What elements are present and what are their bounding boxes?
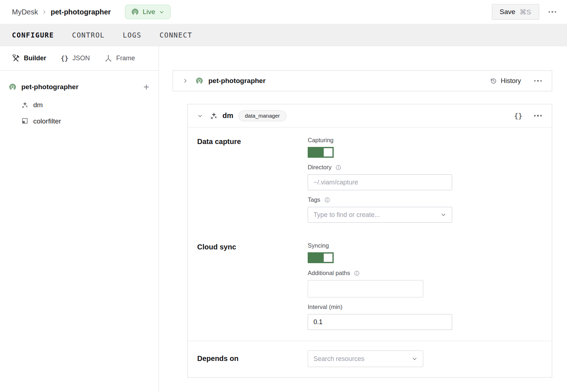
chevron-right-icon [42, 9, 47, 15]
tags-select[interactable]: Type to find or create... [308, 207, 452, 223]
chevron-down-icon [441, 212, 446, 218]
view-json-label: JSON [73, 55, 90, 62]
machine-card: pet-photographer History [173, 70, 552, 91]
view-switcher: Builder {} JSON Frame [0, 46, 159, 71]
broadcast-icon [131, 8, 139, 16]
machine-card-title: pet-photographer [208, 77, 265, 85]
history-button-label: History [501, 77, 521, 85]
syncing-label: Syncing [308, 242, 542, 249]
capturing-label: Capturing [308, 137, 542, 144]
breadcrumb-org[interactable]: MyDesk [12, 8, 38, 16]
dm-more-menu-icon[interactable] [533, 113, 543, 119]
tab-logs[interactable]: LOGS [123, 31, 142, 39]
broadcast-icon [9, 83, 17, 91]
interval-label: Interval (min) [308, 304, 542, 310]
breadcrumb: MyDesk pet-photographer [12, 8, 111, 16]
top-bar: MyDesk pet-photographer Live Save ⌘S [0, 0, 567, 24]
capturing-toggle[interactable] [308, 147, 334, 158]
syncing-toggle[interactable] [308, 252, 334, 263]
view-frame[interactable]: Frame [104, 55, 135, 62]
tab-connect[interactable]: CONNECT [160, 31, 192, 39]
history-button[interactable]: History [490, 77, 521, 85]
view-frame-label: Frame [116, 55, 135, 62]
save-button-label: Save [500, 8, 515, 16]
history-icon [490, 77, 497, 85]
breadcrumb-machine: pet-photographer [51, 8, 111, 16]
dm-card-header: dm data_manager {} [188, 104, 552, 127]
save-shortcut-hint: ⌘S [520, 8, 531, 16]
chevron-down-icon [412, 356, 417, 362]
tree-item-colorfilter[interactable]: colorfilter [0, 113, 159, 129]
resource-type-badge: data_manager [238, 110, 286, 121]
save-button[interactable]: Save ⌘S [492, 4, 539, 20]
info-icon[interactable] [324, 197, 330, 203]
config-sidebar: Builder {} JSON Frame pet-photographer +… [0, 46, 159, 392]
config-main-panel: pet-photographer History dm data_manager… [159, 46, 567, 392]
section-heading: Depends on [197, 350, 308, 367]
broadcast-icon [195, 77, 203, 85]
tools-icon [12, 55, 20, 62]
depends-on-select[interactable]: Search resources [308, 350, 423, 367]
info-icon[interactable] [354, 270, 360, 276]
section-depends-on: Depends on Search resources [197, 341, 542, 377]
edit-json-icon[interactable]: {} [514, 112, 523, 120]
frame-icon [104, 55, 112, 62]
expand-chevron-icon[interactable] [182, 78, 188, 84]
dm-card-name: dm [222, 112, 233, 120]
main-tab-bar: CONFIGURE CONTROL LOGS CONNECT [0, 24, 567, 46]
tree-machine-name: pet-photographer [21, 83, 78, 91]
topbar-more-menu-icon[interactable] [548, 9, 557, 15]
tree-item-label: dm [33, 101, 43, 109]
dm-resource-card: dm data_manager {} Data capture Capturin… [187, 104, 552, 378]
info-icon[interactable] [335, 164, 342, 171]
resource-tree: pet-photographer + dm colorfilter [0, 71, 159, 129]
tab-configure[interactable]: CONFIGURE [12, 31, 54, 39]
add-component-button[interactable]: + [143, 82, 149, 92]
view-builder-label: Builder [24, 55, 46, 62]
tree-item-machine[interactable]: pet-photographer + [0, 81, 159, 93]
tree-item-label: colorfilter [33, 117, 61, 125]
additional-paths-input[interactable] [308, 280, 423, 297]
braces-icon: {} [61, 55, 69, 62]
view-builder[interactable]: Builder [12, 55, 46, 62]
section-heading: Cloud sync [197, 242, 308, 330]
section-cloud-sync: Cloud sync Syncing Additional paths Int [197, 223, 542, 341]
tags-label: Tags [308, 196, 542, 203]
live-status-dropdown[interactable]: Live [125, 5, 170, 19]
sparkles-icon [209, 112, 218, 120]
sparkles-icon [21, 101, 29, 109]
live-status-label: Live [143, 8, 155, 16]
section-heading: Data capture [197, 137, 308, 223]
collapse-chevron-icon[interactable] [197, 113, 203, 119]
machine-more-menu-icon[interactable] [533, 78, 543, 84]
tab-control[interactable]: CONTROL [72, 31, 105, 39]
view-json[interactable]: {} JSON [61, 55, 90, 62]
depends-on-placeholder: Search resources [313, 355, 364, 363]
directory-input[interactable] [308, 174, 452, 190]
section-data-capture: Data capture Capturing Directory Tags [197, 127, 542, 223]
interval-input[interactable] [308, 314, 452, 330]
tags-select-placeholder: Type to find or create... [313, 211, 380, 219]
directory-label: Directory [308, 164, 542, 171]
tree-item-dm[interactable]: dm [0, 97, 159, 113]
chevron-down-icon [159, 9, 164, 15]
additional-paths-label: Additional paths [308, 270, 542, 276]
transform-icon [21, 117, 29, 125]
